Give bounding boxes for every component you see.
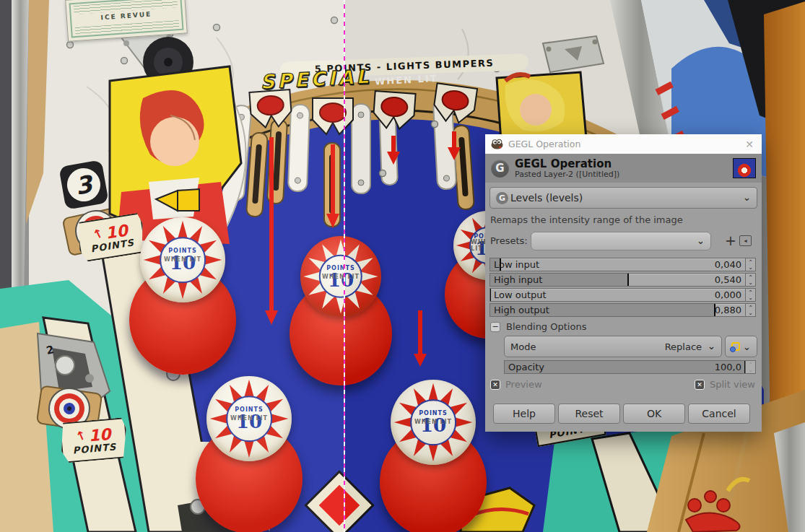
slider-label: Opacity [508,361,544,373]
presets-label: Presets: [490,235,528,246]
slider-value: 0,540 [715,274,741,286]
slider-value: 100,0 [715,361,741,373]
card-fine-print [75,20,179,35]
collapse-icon[interactable]: − [490,322,500,332]
chevron-down-icon: ⌄ [743,194,751,201]
ball-number: 3 [64,165,103,204]
bumper-cap: POINTS 10 WHEN LIT [300,236,381,317]
operation-description: Remaps the intensity range of the image [490,214,683,225]
split-view-checkbox[interactable]: ✕ Split view [695,379,755,390]
blending-options-expander[interactable]: − Blending Options [490,321,586,332]
slider-label: Low input [494,258,539,271]
slider-value: 0,040 [715,258,741,271]
slider-label: High input [494,274,542,286]
reset-button[interactable]: Reset [558,404,620,424]
pop-bumper: POINTS 10 WHEN LIT [206,376,292,495]
spinner-buttons[interactable]: ⌃⌄ [746,258,756,271]
bumper-text-bottom: WHEN LIT [322,274,360,280]
help-button[interactable]: Help [493,404,555,424]
slider-value: 0,880 [715,304,741,316]
slider-label: Low output [494,289,547,301]
switch-mode-icon [731,342,740,351]
mode-value: Replace [665,341,702,352]
gimp-wilber-icon [491,139,503,149]
checkbox-checked-icon: ✕ [490,380,500,390]
slider-label: High output [494,304,549,316]
gegl-mini-icon: G [496,192,508,204]
ten-points-sign: ↑ 10 POINTS [59,417,129,463]
split-view-label: Split view [710,379,755,390]
preset-menu-button[interactable]: ◂ [739,235,752,246]
low-input-slider[interactable]: Low input 0,040 ⌃⌄ [489,258,756,271]
checkbox-checked-icon: ✕ [695,380,705,390]
opacity-slider[interactable]: Opacity 100,0 ⌃⌄ [504,360,756,374]
layer-thumbnail [733,158,756,178]
dialog-title: GEGL Operation [508,139,743,149]
bumper-cap: POINTS 10 WHEN LIT [140,217,225,302]
presets-select[interactable]: ⌄ [531,232,711,250]
slider-value: 0,000 [715,289,741,301]
add-preset-button[interactable]: + [723,231,738,250]
spinner-buttons[interactable]: ⌃⌄ [746,360,756,374]
spinner-buttons[interactable]: ⌃⌄ [746,288,756,302]
mode-select[interactable]: Mode Replace ⌄ [504,336,722,357]
dialog-heading: GEGL Operation [515,158,619,170]
pop-bumper: POINTS 10 WHEN LIT [140,217,225,336]
high-output-slider[interactable]: High output 0,880 ⌃⌄ [489,303,756,317]
mode-label: Mode [510,341,536,352]
operation-select-value: Levels (levels) [510,192,583,204]
gegl-operation-dialog: GEGL Operation ✕ G GEGL Operation Pasted… [485,134,762,432]
cancel-button[interactable]: Cancel [688,404,750,424]
pop-bumper-red: POINTS 10 WHEN LIT [300,236,381,349]
chevron-down-icon: ⌄ [697,237,705,245]
chevron-down-icon: ⌄ [708,343,715,350]
high-input-slider[interactable]: High input 0,540 ⌃⌄ [489,273,756,287]
low-output-slider[interactable]: Low output 0,000 ⌃⌄ [489,288,756,302]
bumper-cap: POINTS 10 WHEN LIT [206,376,292,461]
dialog-titlebar[interactable]: GEGL Operation ✕ [485,134,762,154]
screenshot-stage: 5 POINTS - LIGHTS BUMPERS SPECIAL WHEN L… [0,0,805,532]
close-icon[interactable]: ✕ [743,138,756,151]
gegl-logo-icon: G [491,160,509,178]
up-arrow-icon: ↑ [91,227,106,243]
spinner-buttons[interactable]: ⌃⌄ [746,303,756,317]
preview-checkbox[interactable]: ✕ Preview [490,379,542,390]
operation-select[interactable]: G Levels (levels) ⌄ [489,187,757,209]
dialog-subtitle: Pasted Layer-2 ([Untitled]) [515,170,619,179]
spinner-buttons[interactable]: ⌃⌄ [746,273,756,287]
chevron-down-icon: ⌄ [743,341,751,352]
split-view-divider[interactable] [344,0,345,532]
bumper-text-bottom: WHEN LIT [414,419,452,426]
up-arrow-icon: ↑ [74,429,89,445]
bumper-text-bottom: WHEN LIT [164,257,201,263]
bumper-text-bottom: WHEN LIT [230,416,268,422]
ok-button[interactable]: OK [623,404,685,424]
mode-switch-button[interactable]: ⌄ [725,336,757,357]
pop-bumper: POINTS 10 WHEN LIT [391,380,476,499]
dialog-header: G GEGL Operation Pasted Layer-2 ([Untitl… [485,154,762,183]
blending-options-label: Blending Options [506,321,586,332]
preview-label: Preview [505,379,542,390]
ball-number-badge: 3 [58,160,109,210]
bumper-cap: POINTS 10 WHEN LIT [391,380,476,465]
